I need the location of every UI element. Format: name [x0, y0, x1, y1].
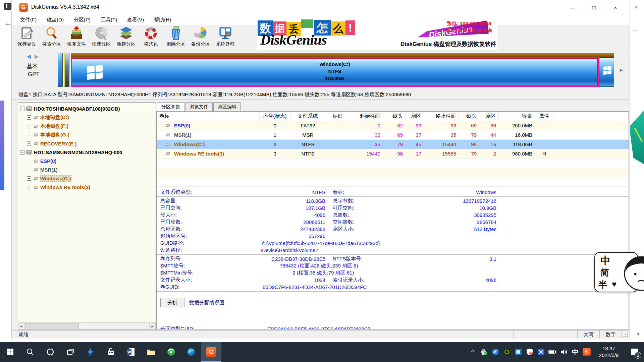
advertisement-banner[interactable]: 数 据 丢 怎 么 ! DiskGenius DiskGenius 致电: 40…: [257, 19, 497, 50]
start-button[interactable]: [0, 342, 20, 362]
store-icon: [107, 348, 115, 356]
battery-tray-icon[interactable]: [547, 342, 558, 362]
file-explorer-button[interactable]: [141, 342, 161, 362]
diskmap-windows-c-partition[interactable]: Windows(C:) NTFS 118.0GB: [71, 57, 599, 87]
menu-tools[interactable]: 工具(T): [96, 15, 122, 25]
ad-qq-link[interactable]: 或点击此处选择QQ咨询: [442, 27, 496, 34]
tree-item-msr[interactable]: MSR(1): [18, 165, 156, 174]
ime-language-indicator[interactable]: 中: [570, 342, 581, 362]
col-header[interactable]: 属性: [535, 112, 553, 121]
menu-partition[interactable]: 分区(P): [69, 15, 96, 25]
diskmap-prev-disk-arrow[interactable]: ◀: [26, 53, 31, 60]
tree-item-windows-c[interactable]: + Windows(C:): [18, 174, 156, 183]
tree-item-local-f[interactable]: + 本地磁盘(F:): [18, 122, 156, 130]
scroll-left-icon[interactable]: ◄: [18, 323, 24, 329]
col-header[interactable]: 磁头: [383, 112, 406, 121]
col-header[interactable]: 终止柱面: [424, 112, 459, 121]
col-header[interactable]: 序号(状态): [260, 112, 290, 121]
expand-icon[interactable]: +: [27, 159, 31, 163]
collapse-icon[interactable]: −: [20, 107, 24, 111]
menu-help[interactable]: 帮助(H): [149, 15, 176, 25]
table-row-windows-c-selected[interactable]: Windows(C:): [157, 140, 260, 149]
tree-horizontal-scrollbar[interactable]: ◄ ►: [18, 322, 156, 329]
snowflake-tray-icon[interactable]: [535, 342, 547, 362]
search-partition-button[interactable]: 搜索分区: [39, 25, 64, 50]
col-header[interactable]: 文件系统: [290, 112, 325, 121]
cell-start-sector: 37: [406, 130, 424, 140]
flash-app-button[interactable]: [80, 342, 101, 362]
action-center-button[interactable]: 2: [625, 342, 644, 362]
expand-icon[interactable]: +: [27, 115, 31, 120]
detail-label: 簇大小:: [157, 212, 257, 218]
background-close-icon: ×: [635, 4, 638, 11]
menu-disk[interactable]: 磁盘(D): [42, 15, 69, 25]
col-header[interactable]: 卷标: [157, 112, 260, 121]
tree-item-esp[interactable]: + ESP(0): [18, 157, 156, 165]
expand-icon[interactable]: +: [27, 133, 31, 137]
system-migration-button[interactable]: 系统迁移: [213, 25, 238, 50]
delete-partition-button[interactable]: 删除分区: [163, 25, 188, 50]
security-shield-tray-icon[interactable]: [524, 342, 535, 362]
new-partition-button[interactable]: 新建分区: [114, 25, 139, 50]
task-view-button[interactable]: [60, 342, 80, 362]
maximize-button[interactable]: □: [583, 0, 605, 15]
expand-icon[interactable]: +: [27, 176, 31, 181]
quick-partition-button[interactable]: 快速分区: [89, 25, 114, 50]
backup-partition-button[interactable]: 备份分区: [188, 25, 213, 50]
diskmap-scroll-right-arrow[interactable]: ▶: [620, 68, 623, 72]
table-row-esp[interactable]: ESP(0): [157, 121, 260, 130]
browser-360-button[interactable]: [161, 342, 181, 362]
diskmap-msr-partition[interactable]: [64, 53, 69, 87]
tree-item-local-g[interactable]: + 本地磁盘(G:): [18, 130, 156, 139]
printer-tray-icon[interactable]: [478, 342, 490, 362]
col-header[interactable]: 扇区: [479, 112, 499, 121]
expand-icon[interactable]: +: [27, 124, 31, 128]
taskbar-clock[interactable]: 18:37 2022/5/9: [594, 345, 624, 359]
col-header[interactable]: 磁头: [459, 112, 479, 121]
recover-files-button[interactable]: 恢复文件: [64, 25, 89, 50]
cortana-button[interactable]: [40, 342, 60, 362]
microsoft-store-button[interactable]: [101, 342, 121, 362]
col-header[interactable]: 标识: [325, 112, 350, 121]
table-row-msr[interactable]: MSR(1): [157, 130, 260, 140]
expand-icon[interactable]: +: [27, 185, 31, 189]
tray-chevron-icon[interactable]: ^: [467, 342, 478, 362]
tree-item-recovery-e[interactable]: + RECOVERY(E:): [18, 139, 156, 148]
edge-button[interactable]: [181, 342, 201, 362]
volume-tray-icon[interactable]: [558, 342, 570, 362]
analyze-button[interactable]: 分析: [160, 298, 184, 307]
close-button[interactable]: ×: [605, 0, 626, 15]
intel-graphics-tray-icon[interactable]: [513, 342, 524, 362]
taskbar-search-button[interactable]: [20, 342, 40, 362]
diskgenius-taskbar-button[interactable]: G: [201, 342, 221, 362]
col-header[interactable]: 扇区: [406, 112, 424, 121]
menu-file[interactable]: 文件(F): [15, 15, 42, 25]
diskmap-next-disk-arrow[interactable]: ▶: [35, 53, 39, 60]
scrollbar-thumb[interactable]: [25, 323, 79, 329]
col-header[interactable]: 起始柱面: [350, 112, 383, 121]
sogou-tray-icon[interactable]: S: [581, 342, 592, 362]
nvidia-tray-icon[interactable]: [501, 342, 513, 362]
tab-sector-editor[interactable]: 扇区编辑: [213, 102, 241, 111]
table-row-winre[interactable]: Windows RE tools(3): [157, 149, 260, 159]
diskmap-esp-partition[interactable]: [58, 53, 63, 87]
bird-app-tray-icon[interactable]: [490, 342, 501, 362]
tree-item-local-d[interactable]: + 本地磁盘(D:): [18, 113, 156, 122]
col-header[interactable]: 容量: [499, 112, 535, 121]
tab-partition-parameters[interactable]: 分区参数: [157, 102, 184, 111]
tab-browse-files[interactable]: 浏览文件: [185, 102, 213, 111]
collapse-icon[interactable]: −: [20, 150, 24, 155]
format-button[interactable]: 格式化: [139, 25, 163, 50]
partition-icon: [33, 176, 39, 181]
tree-item-winre[interactable]: + Windows RE tools(3): [18, 183, 156, 191]
save-changes-button[interactable]: 保存更改: [14, 25, 39, 50]
menu-view[interactable]: 查看(V): [122, 15, 149, 25]
word-button[interactable]: W: [121, 342, 141, 362]
expand-icon[interactable]: +: [27, 141, 31, 146]
resize-grip[interactable]: [622, 330, 630, 339]
diskmap-winre-partition[interactable]: [599, 57, 614, 87]
scroll-right-icon[interactable]: ►: [149, 323, 156, 329]
tree-item-hd1[interactable]: − HD1:SAMSUNGMZNLN128HAHQ-000: [18, 148, 156, 157]
tree-item-hd0[interactable]: − HD0:TOSHIBAMQ04ABF100(932GB): [18, 104, 156, 113]
minimize-button[interactable]: —: [562, 0, 583, 15]
